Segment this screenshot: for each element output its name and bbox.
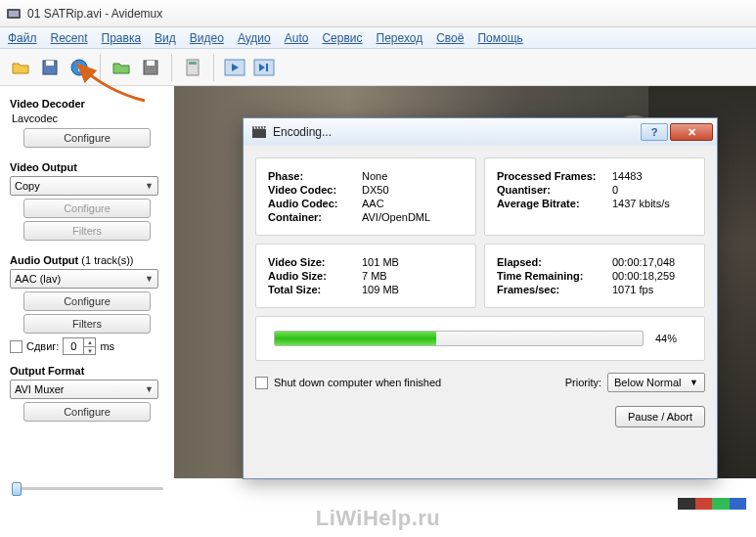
app-icon xyxy=(6,6,22,22)
open-button[interactable] xyxy=(8,55,33,80)
shift-label: Сдвиг: xyxy=(26,340,59,352)
elapsed-label: Elapsed: xyxy=(497,256,612,268)
tsize-value: 109 MB xyxy=(362,284,464,295)
menu-recent[interactable]: Recent xyxy=(51,31,88,45)
shutdown-checkbox[interactable] xyxy=(255,377,268,389)
shift-spinner[interactable]: 0▲▼ xyxy=(63,337,96,355)
menu-go[interactable]: Переход xyxy=(377,31,423,45)
phase-value: None xyxy=(362,170,464,182)
svg-rect-12 xyxy=(252,129,266,138)
menu-video[interactable]: Видео xyxy=(190,31,224,45)
color-strip xyxy=(678,498,746,510)
video-output-value: Copy xyxy=(15,180,40,192)
audio-output-head: Audio Output (1 track(s)) xyxy=(10,254,164,266)
audio-output-select[interactable]: AAC (lav)▼ xyxy=(10,269,158,289)
vcodec-label: Video Codec: xyxy=(268,184,362,196)
toolbar: i xyxy=(0,49,756,86)
menu-help[interactable]: Помощь xyxy=(477,31,522,45)
menu-auto[interactable]: Auto xyxy=(285,31,309,45)
container-value: AVI/OpenDML xyxy=(362,211,464,223)
open-folder2-button[interactable] xyxy=(109,55,134,80)
audio-output-filters-button[interactable]: Filters xyxy=(23,314,151,334)
svg-rect-3 xyxy=(46,61,54,66)
menu-custom[interactable]: Своё xyxy=(436,31,464,45)
remain-value: 00:00:18,259 xyxy=(612,270,692,282)
video-output-configure-button: Configure xyxy=(23,199,151,218)
frame-info-panel: Processed Frames:14483 Quantiser:0 Avera… xyxy=(484,157,705,236)
menu-edit[interactable]: Правка xyxy=(102,31,142,45)
info-button[interactable]: i xyxy=(67,55,92,80)
encoding-dialog: Encoding... ? ✕ Phase:None Video Codec:D… xyxy=(243,117,718,479)
remain-label: Time Remaining: xyxy=(497,270,612,282)
calculator-button[interactable] xyxy=(180,55,205,80)
menubar: Файл Recent Правка Вид Видео Аудио Auto … xyxy=(0,27,756,49)
abitrate-value: 1437 kbits/s xyxy=(612,198,692,209)
chevron-down-icon: ▼ xyxy=(145,384,154,394)
fps-value: 1071 fps xyxy=(612,284,692,295)
menu-view[interactable]: Вид xyxy=(155,31,176,45)
dialog-help-button[interactable]: ? xyxy=(641,123,668,141)
clapperboard-icon xyxy=(251,124,267,140)
chevron-down-icon: ▼ xyxy=(145,274,154,284)
video-output-filters-button: Filters xyxy=(23,221,151,241)
dialog-close-button[interactable]: ✕ xyxy=(670,123,713,141)
vsize-label: Video Size: xyxy=(268,256,362,268)
svg-rect-9 xyxy=(189,62,197,65)
output-format-value: AVI Muxer xyxy=(15,383,65,395)
play-button[interactable] xyxy=(222,55,247,80)
asize-value: 7 MB xyxy=(362,270,464,282)
shutdown-label: Shut down computer when finished xyxy=(274,377,441,388)
tsize-label: Total Size: xyxy=(268,284,362,295)
shift-checkbox[interactable] xyxy=(10,340,22,353)
progress-percent: 44% xyxy=(655,333,687,344)
phase-label: Phase: xyxy=(268,170,362,182)
video-decoder-name: Lavcodec xyxy=(12,112,164,124)
chevron-down-icon: ▼ xyxy=(145,181,154,191)
dialog-title: Encoding... xyxy=(273,125,332,139)
pause-abort-button[interactable]: Pause / Abort xyxy=(615,406,705,427)
output-format-head: Output Format xyxy=(10,365,164,377)
priority-value: Below Normal xyxy=(614,377,681,388)
priority-label: Priority: xyxy=(565,377,601,388)
svg-text:i: i xyxy=(77,62,80,73)
size-info-panel: Video Size:101 MB Audio Size:7 MB Total … xyxy=(255,244,476,308)
menu-file[interactable]: Файл xyxy=(8,31,37,45)
timeline-slider[interactable] xyxy=(12,480,163,496)
container-label: Container: xyxy=(268,211,362,223)
codec-info-panel: Phase:None Video Codec:DX50 Audio Codec:… xyxy=(255,157,476,236)
chevron-down-icon: ▼ xyxy=(689,378,698,387)
left-panel: Video Decoder Lavcodec Configure Video O… xyxy=(0,86,174,430)
abitrate-label: Average Bitrate: xyxy=(497,198,612,209)
time-info-panel: Elapsed:00:00:17,048 Time Remaining:00:0… xyxy=(484,244,705,308)
fps-label: Frames/sec: xyxy=(497,284,612,295)
asize-label: Audio Size: xyxy=(268,270,362,282)
play-next-button[interactable] xyxy=(251,55,277,80)
quant-value: 0 xyxy=(612,184,692,196)
shift-value: 0 xyxy=(64,338,83,354)
svg-rect-7 xyxy=(147,61,155,66)
video-output-select[interactable]: Copy▼ xyxy=(10,176,158,196)
save2-button[interactable] xyxy=(138,55,163,80)
vsize-value: 101 MB xyxy=(362,256,464,268)
output-format-configure-button[interactable]: Configure xyxy=(23,402,151,422)
pframes-value: 14483 xyxy=(612,170,692,182)
window-title: 01 SATRip.avi - Avidemux xyxy=(27,7,162,21)
menu-audio[interactable]: Аудио xyxy=(238,31,271,45)
progress-panel: 44% xyxy=(255,316,705,361)
audio-output-configure-button[interactable]: Configure xyxy=(23,291,151,311)
acodec-value: AAC xyxy=(362,198,464,209)
video-decoder-head: Video Decoder xyxy=(10,98,164,110)
priority-select[interactable]: Below Normal▼ xyxy=(607,373,705,392)
quant-label: Quantiser: xyxy=(497,184,612,196)
acodec-label: Audio Codec: xyxy=(268,198,362,209)
progress-bar xyxy=(274,331,644,346)
decoder-configure-button[interactable]: Configure xyxy=(23,128,151,148)
pframes-label: Processed Frames: xyxy=(497,170,612,182)
vcodec-value: DX50 xyxy=(362,184,464,196)
svg-rect-1 xyxy=(9,11,19,17)
elapsed-value: 00:00:17,048 xyxy=(612,256,692,268)
save-button[interactable] xyxy=(37,55,63,80)
video-output-head: Video Output xyxy=(10,161,164,173)
menu-tools[interactable]: Сервис xyxy=(322,31,362,45)
output-format-select[interactable]: AVI Muxer▼ xyxy=(10,380,158,399)
